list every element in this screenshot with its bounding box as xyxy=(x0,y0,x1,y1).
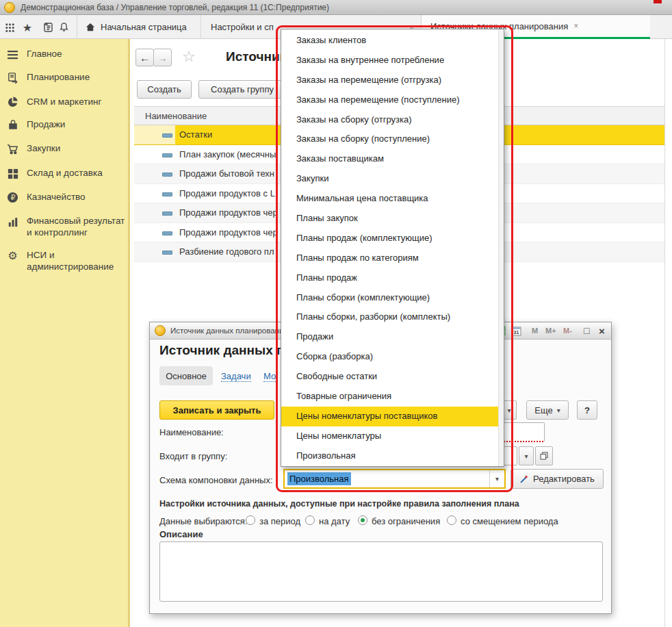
back-button[interactable]: ← xyxy=(135,49,154,66)
schema-combobox[interactable]: Произвольная ▾ xyxy=(283,469,506,489)
dropdown-item[interactable]: Планы закупок xyxy=(281,209,504,229)
m-minus-button[interactable]: M- xyxy=(563,327,572,335)
help-button[interactable]: ? xyxy=(577,400,597,420)
create-button[interactable]: Создать xyxy=(137,80,192,99)
item-dash-icon xyxy=(162,251,172,255)
sidebar-item-crm[interactable]: CRM и маркетинг xyxy=(0,96,129,109)
window-close-button-sliver[interactable] xyxy=(654,0,662,3)
sidebar-item-sales[interactable]: Продажи xyxy=(0,118,129,131)
dropdown-item[interactable]: Планы сборки (комплектующие) xyxy=(281,288,504,308)
dropdown-item-highlighted[interactable]: Цены номенклатуры поставщиков xyxy=(281,407,504,426)
dropdown-item[interactable]: Минимальная цена поставщика xyxy=(281,189,504,209)
radio-so-smescheniem[interactable] xyxy=(447,515,456,525)
data-select-label: Данные выбираются: xyxy=(159,516,247,526)
item-dash-icon xyxy=(162,212,172,216)
window-titlebar: Демонстрационная база / Управление торго… xyxy=(0,0,672,15)
name-field-label: Наименование: xyxy=(159,427,224,437)
dialog-maximize-icon[interactable]: □ xyxy=(584,325,589,336)
radio-na-datu[interactable] xyxy=(305,515,315,525)
sidebar-item-planning[interactable]: Планирование xyxy=(0,71,129,84)
dropdown-item[interactable]: Закупки xyxy=(281,169,504,189)
dropdown-item[interactable]: Заказы клиентов xyxy=(281,31,504,51)
dropdown-item[interactable]: Продажи xyxy=(281,327,504,347)
home-icon xyxy=(86,23,95,32)
edit-schema-button[interactable]: Редактировать xyxy=(511,469,604,489)
favorite-star-icon[interactable]: ☆ xyxy=(182,48,196,66)
dropdown-item[interactable]: Сборка (разборка) xyxy=(281,347,504,367)
dialog-1c-icon xyxy=(155,325,166,336)
item-dash-icon xyxy=(162,133,172,138)
settings-section-header: Настройки источника данных, доступные пр… xyxy=(159,499,519,509)
dropdown-item[interactable]: Заказы на перемещение (поступление) xyxy=(281,90,504,110)
item-dash-icon xyxy=(162,172,172,177)
radio-label[interactable]: со смещением периода xyxy=(461,516,558,526)
radio-za-period[interactable] xyxy=(246,515,255,525)
create-group-button[interactable]: Создать группу xyxy=(198,80,286,99)
description-textarea[interactable] xyxy=(159,541,603,602)
combo-dropdown-arrow[interactable]: ▾ xyxy=(489,470,504,487)
dropdown-item[interactable]: Заказы на внутреннее потребление xyxy=(281,51,504,71)
m-plus-button[interactable]: M+ xyxy=(545,327,556,335)
app-window: Демонстрационная база / Управление торго… xyxy=(0,0,672,627)
dropdown-item[interactable]: Цены номенклатуры xyxy=(281,426,504,446)
radio-bez-ogranicheniya[interactable] xyxy=(358,515,367,525)
sections-menu-icon[interactable] xyxy=(3,21,16,34)
dropdown-item[interactable]: Планы продаж (комплектующие) xyxy=(281,229,504,248)
dropdown-item[interactable]: Товарные ограничения xyxy=(281,387,504,407)
svg-text:31: 31 xyxy=(513,329,519,335)
dropdown-item[interactable]: Планы продаж xyxy=(281,268,504,288)
dialog-tab-tasks[interactable]: Задачи xyxy=(221,371,251,382)
radio-label[interactable]: за период xyxy=(259,516,300,526)
dropdown-item[interactable]: Заказы поставщикам xyxy=(281,149,504,169)
schema-field-label: Схема компоновки данных: xyxy=(159,475,273,485)
dropdown-scrollbar[interactable] xyxy=(498,29,504,466)
group-dropdown-arrow[interactable]: ▾ xyxy=(519,446,534,465)
dropdown-item[interactable]: Заказы на сборку (поступление) xyxy=(281,129,504,149)
sidebar-item-main[interactable]: Главное xyxy=(0,48,129,61)
more-button[interactable]: Еще▾ xyxy=(526,400,569,420)
sales-bag-icon xyxy=(6,118,19,131)
save-and-close-button[interactable]: Записать и закрыть xyxy=(159,400,274,420)
forward-button[interactable]: → xyxy=(153,49,172,66)
dropdown-item[interactable]: Произвольная xyxy=(281,446,504,466)
radio-label[interactable]: на дату xyxy=(319,516,350,526)
tab-home[interactable]: Начальная страница xyxy=(77,15,201,39)
app-logo-icon xyxy=(4,2,15,13)
group-open-icon[interactable] xyxy=(535,446,553,465)
window-title: Демонстрационная база / Управление торго… xyxy=(21,3,329,12)
item-dash-icon xyxy=(162,153,172,157)
warehouse-grid-icon xyxy=(6,167,19,180)
item-dash-icon xyxy=(162,231,172,235)
content-right-border xyxy=(664,39,665,627)
dropdown-item[interactable]: Заказы на перемещение (отгрузка) xyxy=(281,71,504,90)
crm-pie-icon xyxy=(6,96,19,109)
description-label: Описание xyxy=(159,529,203,539)
sidebar-item-nsi-admin[interactable]: ⚙ НСИ и администрирование xyxy=(0,249,129,272)
svg-text:₽: ₽ xyxy=(11,194,16,201)
planning-icon xyxy=(6,71,19,84)
dropdown-item[interactable]: Заказы на сборку (отгрузка) xyxy=(281,110,504,130)
radio-label[interactable]: без ограничения xyxy=(372,516,440,526)
history-scroll-icon[interactable] xyxy=(41,21,55,34)
dialog-tab-my[interactable]: Мо xyxy=(263,371,276,382)
dropdown-item[interactable]: Планы продаж по категориям xyxy=(281,248,504,268)
dropdown-item[interactable]: Свободные остатки xyxy=(281,367,504,387)
treasury-ruble-icon: ₽ xyxy=(6,191,19,204)
chevron-down-icon: ▾ xyxy=(557,407,560,414)
dropdown-item[interactable]: Планы сборки, разборки (комплекты) xyxy=(281,307,504,327)
settings-gear-icon: ⚙ xyxy=(6,249,19,262)
menu-icon xyxy=(6,48,19,61)
schema-selected-value: Произвольная xyxy=(287,472,351,485)
dialog-tab-main[interactable]: Основное xyxy=(159,366,213,385)
calendar-icon[interactable]: 31 xyxy=(511,326,521,336)
tab-close-icon[interactable]: × xyxy=(573,21,578,31)
sidebar-item-treasury[interactable]: ₽ Казначейство xyxy=(0,191,129,204)
notifications-bell-icon[interactable] xyxy=(57,21,70,34)
dialog-close-icon[interactable]: × xyxy=(599,325,605,337)
sidebar-item-finance[interactable]: Финансовый результат и контроллинг xyxy=(0,215,129,238)
favorites-star-icon[interactable]: ★ xyxy=(21,21,34,34)
purchases-cart-icon xyxy=(6,142,19,155)
m-button[interactable]: M xyxy=(532,327,538,335)
sidebar-item-purchases[interactable]: Закупки xyxy=(0,142,129,155)
sidebar-item-warehouse[interactable]: Склад и доставка xyxy=(0,167,129,180)
